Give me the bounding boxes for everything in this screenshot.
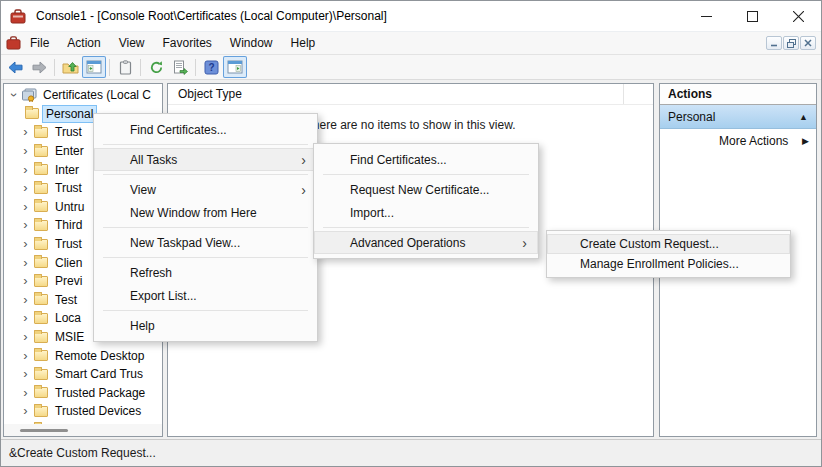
menu-file[interactable]: File (21, 32, 58, 54)
toolbar: ? (1, 54, 821, 80)
folder-icon (34, 387, 48, 398)
mdi-restore-button[interactable] (783, 36, 799, 50)
tree-item-label: Third (55, 218, 82, 232)
tree-item-label: Clien (55, 256, 82, 270)
chevron-collapsed-icon[interactable]: › (19, 295, 32, 305)
export-list-button[interactable] (168, 56, 192, 78)
status-text: &Create Custom Request... (9, 446, 156, 460)
mdi-close-button[interactable] (800, 36, 816, 50)
chevron-expanded-icon[interactable]: › (9, 89, 19, 102)
tree-item-label: Test (55, 293, 77, 307)
chevron-collapsed-icon[interactable]: › (19, 332, 32, 342)
context-menu: Find Certificates... All Tasks › View › … (93, 113, 318, 342)
help-button[interactable]: ? (199, 56, 223, 78)
chevron-collapsed-icon[interactable]: › (19, 406, 32, 416)
menu-item-find-certificates[interactable]: Find Certificates... (314, 148, 538, 171)
chevron-collapsed-icon[interactable]: › (19, 146, 32, 156)
menu-separator (103, 310, 308, 311)
menu-item-find-certificates[interactable]: Find Certificates... (94, 118, 317, 141)
menu-separator (103, 257, 308, 258)
actions-pane-title: Actions (660, 84, 816, 105)
collapse-caret-icon[interactable]: ▲ (799, 112, 808, 122)
chevron-collapsed-icon[interactable]: › (19, 351, 32, 361)
menu-item-new-window-from-here[interactable]: New Window from Here (94, 201, 317, 224)
menu-window[interactable]: Window (221, 32, 282, 54)
minimize-button[interactable] (683, 1, 729, 31)
properties-button[interactable] (113, 56, 137, 78)
console-tree-toggle-button[interactable] (82, 56, 106, 78)
chevron-collapsed-icon[interactable]: › (19, 388, 32, 398)
chevron-collapsed-icon[interactable]: › (19, 220, 32, 230)
menu-action[interactable]: Action (58, 32, 109, 54)
action-pane-toggle-icon (227, 60, 243, 74)
chevron-collapsed-icon[interactable]: › (19, 202, 32, 212)
scrollbar-thumb[interactable] (20, 429, 68, 432)
folder-icon (34, 276, 48, 287)
column-header-object-type[interactable]: Object Type (168, 84, 624, 104)
toolbar-separator (54, 59, 55, 76)
up-one-level-button[interactable] (58, 56, 82, 78)
mdi-minimize-icon (770, 39, 778, 47)
menu-item-all-tasks[interactable]: All Tasks › (94, 148, 317, 171)
actions-section-personal[interactable]: Personal ▲ (660, 105, 816, 129)
close-button[interactable] (775, 1, 821, 31)
minimize-icon (701, 11, 712, 22)
menu-item-import[interactable]: Import... (314, 201, 538, 224)
maximize-icon (747, 11, 758, 22)
menu-item-advanced-operations[interactable]: Advanced Operations › (314, 231, 538, 254)
back-button[interactable] (3, 56, 27, 78)
tree-item-label: Inter (55, 163, 79, 177)
tree-item[interactable]: ›Trusted Devices (4, 402, 162, 421)
menu-item-help[interactable]: Help (94, 314, 317, 337)
tree-item-label: MSIE (55, 330, 84, 344)
chevron-collapsed-icon[interactable]: › (19, 239, 32, 249)
chevron-collapsed-icon[interactable]: › (19, 313, 32, 323)
menu-item-view[interactable]: View › (94, 178, 317, 201)
menu-item-export-list[interactable]: Export List... (94, 284, 317, 307)
maximize-button[interactable] (729, 1, 775, 31)
certificates-store-icon (21, 88, 38, 102)
menu-view[interactable]: View (110, 32, 154, 54)
tree-item[interactable]: ›Remote Desktop (4, 346, 162, 365)
chevron-collapsed-icon[interactable]: › (19, 127, 32, 137)
tree-item-label: Smart Card Trus (55, 367, 143, 381)
horizontal-scrollbar[interactable] (4, 424, 162, 436)
menu-separator (103, 227, 308, 228)
more-actions-label: More Actions (719, 134, 788, 148)
menu-separator (323, 227, 529, 228)
back-icon (7, 60, 24, 75)
tree-item-label: Untru (55, 200, 84, 214)
menu-item-new-taskpad-view[interactable]: New Taskpad View... (94, 231, 317, 254)
chevron-collapsed-icon[interactable]: › (19, 183, 32, 193)
title-bar: Console1 - [Console Root\Certificates (L… (1, 1, 821, 31)
chevron-collapsed-icon[interactable]: › (19, 258, 32, 268)
menu-favorites[interactable]: Favorites (154, 32, 221, 54)
menu-item-refresh[interactable]: Refresh (94, 261, 317, 284)
tree-item-label: Remote Desktop (55, 349, 144, 363)
list-column-header-row: Object Type (168, 84, 653, 105)
menu-item-request-new-certificate[interactable]: Request New Certificate... (314, 178, 538, 201)
menu-item-label: Advanced Operations (350, 236, 465, 250)
refresh-button[interactable] (144, 56, 168, 78)
chevron-collapsed-icon[interactable]: › (19, 276, 32, 286)
folder-icon (25, 108, 39, 119)
tree-item[interactable]: ›Smart Card Trus (4, 365, 162, 384)
menu-item-create-custom-request[interactable]: Create Custom Request... (547, 234, 790, 254)
folder-icon (34, 332, 48, 343)
menu-help[interactable]: Help (282, 32, 325, 54)
mdi-window-controls (766, 36, 816, 50)
menu-item-manage-enrollment-policies[interactable]: Manage Enrollment Policies... (547, 254, 790, 274)
folder-icon (34, 294, 48, 305)
svg-text:?: ? (208, 62, 214, 73)
action-pane-toggle-button[interactable] (223, 56, 247, 78)
mdi-minimize-button[interactable] (766, 36, 782, 50)
tree-item[interactable]: ›Trusted Package (4, 384, 162, 403)
mmc-console-window: Console1 - [Console Root\Certificates (L… (0, 0, 822, 467)
tree-item-label: Loca (55, 311, 81, 325)
more-actions-item[interactable]: More Actions ▶ (660, 129, 816, 153)
forward-button[interactable] (27, 56, 51, 78)
chevron-collapsed-icon[interactable]: › (19, 369, 32, 379)
tree-item-certificates-root[interactable]: › Certificates (Local C (4, 86, 162, 105)
menu-separator (103, 174, 308, 175)
chevron-collapsed-icon[interactable]: › (19, 165, 32, 175)
